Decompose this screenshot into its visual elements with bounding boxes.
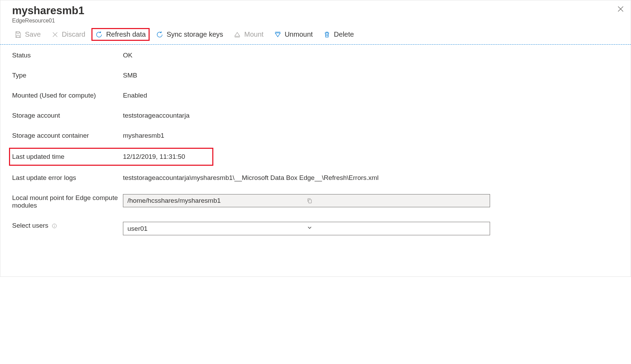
properties-panel: Status OK Type SMB Mounted (Used for com… (0, 45, 631, 255)
mounted-label: Mounted (Used for compute) (12, 92, 123, 99)
svg-point-9 (54, 225, 54, 225)
type-label: Type (12, 72, 123, 79)
select-users-value: user01 (127, 225, 306, 233)
storage-account-value: teststorageaccountarja (123, 112, 619, 119)
save-label: Save (25, 30, 41, 38)
mount-point-field: /home/hcsshares/mysharesmb1 (123, 194, 490, 207)
discard-icon (51, 31, 59, 38)
status-value: OK (123, 52, 619, 59)
sync-icon (156, 31, 163, 38)
close-button[interactable] (617, 5, 624, 15)
refresh-data-button[interactable]: Refresh data (91, 28, 150, 41)
page-subtitle: EdgeResource01 (12, 18, 619, 24)
mounted-value: Enabled (123, 92, 619, 99)
error-logs-label: Last update error logs (12, 174, 123, 182)
status-label: Status (12, 52, 123, 59)
mount-icon (233, 31, 241, 38)
save-icon (14, 31, 22, 38)
sync-label: Sync storage keys (167, 30, 223, 38)
refresh-label: Refresh data (106, 30, 146, 38)
svg-rect-6 (309, 200, 311, 203)
mount-button: Mount (229, 28, 268, 41)
storage-account-label: Storage account (12, 112, 123, 119)
select-users-dropdown[interactable]: user01 (123, 222, 490, 235)
last-updated-label: Last updated time (12, 153, 123, 161)
mount-label: Mount (244, 30, 264, 38)
container-value: mysharesmb1 (123, 132, 619, 139)
delete-button[interactable]: Delete (319, 28, 358, 41)
error-logs-value: teststorageaccountarja\mysharesmb1\__Mic… (123, 174, 619, 182)
select-users-label: Select users (12, 222, 123, 229)
command-bar: Save Discard Refresh data Sync storage k… (0, 26, 631, 45)
container-label: Storage account container (12, 132, 123, 139)
unmount-button[interactable]: Unmount (270, 28, 317, 41)
discard-label: Discard (62, 30, 86, 38)
save-button: Save (10, 28, 45, 41)
copy-icon[interactable] (306, 198, 486, 204)
unmount-icon (274, 31, 282, 38)
unmount-label: Unmount (285, 30, 313, 38)
discard-button: Discard (47, 28, 90, 41)
sync-storage-keys-button[interactable]: Sync storage keys (152, 28, 227, 41)
mount-point-label: Local mount point for Edge compute modul… (12, 194, 123, 209)
refresh-icon (95, 31, 103, 38)
chevron-down-icon (306, 225, 486, 233)
delete-icon (323, 31, 331, 38)
last-updated-value: 12/12/2019, 11:31:50 (123, 153, 210, 161)
page-title: mysharesmb1 (12, 4, 619, 17)
mount-point-value: /home/hcsshares/mysharesmb1 (127, 197, 306, 204)
delete-label: Delete (334, 30, 354, 38)
info-icon[interactable] (52, 223, 57, 229)
type-value: SMB (123, 72, 619, 79)
